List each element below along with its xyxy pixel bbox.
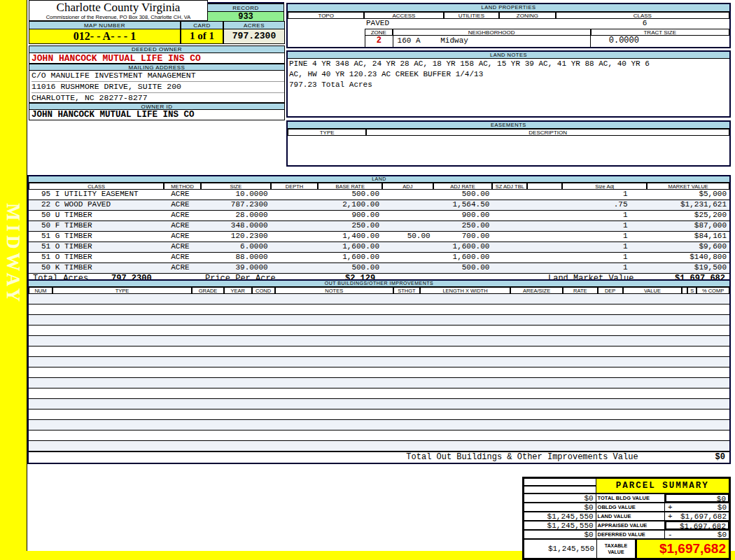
zoning-label: ZONING [499,12,556,19]
land-cell [492,242,527,252]
zone-label: ZONE [365,29,393,36]
col-spacer [682,287,687,294]
prior-value: $1,245,550 [524,521,596,530]
out-buildings-body [29,294,729,451]
land-row: 50 F TIMBERACRE348.0000250.00250.001$87,… [29,221,729,232]
row-label: DEFERRED VALUE [596,530,666,539]
col-size: SIZE [201,183,271,190]
land-notes-line: PINE 4 YR 348 AC, 24 YR 28 AC, 18 YR 158… [288,59,729,69]
utilities-label: UTILITIES [444,12,500,19]
out-buildings-total-label: Total Out Buildings & Other Improvements… [406,452,638,463]
parcel-summary-blank-cells [524,478,596,493]
land-cell [271,190,318,200]
land-table-headers: CLASS METHOD SIZE DEPTH BASE RATE ADJ AD… [29,183,729,190]
land-cell: 500.00 [433,190,493,200]
access-value: PAVED [366,19,389,28]
mailing-address-label: MAILING ADDRESS [29,64,285,71]
parcel-summary-title: PARCEL SUMMARY [596,478,729,493]
neighborhood-name: Midway [440,36,468,45]
land-cell: ACRE [164,263,201,273]
prior-value: $0 [524,503,596,512]
outbuilding-empty-row [29,357,729,368]
land-cell [271,263,318,273]
taxable-value-row: $1,245,550 TAXABLE VALUE $1,697,682 [524,539,729,559]
property-record-card: MIDWAY Charlotte County Virginia Commiss… [0,0,735,560]
land-cell [382,211,433,220]
land-cell: $1,231,621 [648,200,730,210]
address-line: C/O MANULIFE INVESTMENT MANAGEMENT [31,71,284,82]
land-notes-line: AC, HW 40 YR 120.23 AC CREEK BUFFER 1/4/… [288,69,729,80]
summary-row: $0 TOTAL BLDG VALUE $0 [524,493,729,503]
land-row: 51 O TIMBERACRE88.00001,600.001,600.001$… [29,253,729,263]
easements-section: EASEMENTS TYPE DESCRIPTION [286,120,731,167]
land-cell [271,232,318,241]
land-cell: 1 [562,253,648,262]
land-cell [527,211,562,220]
land-cell: $87,000 [648,221,730,231]
col-sthgt: STHGT [393,287,420,294]
land-cell: 1 [562,263,648,273]
parcel-summary: PARCEL SUMMARY $0 TOTAL BLDG VALUE $0 $0… [522,477,731,560]
land-cell: 700.00 [433,232,493,241]
outbuilding-empty-row [29,441,729,451]
land-cell [382,253,433,262]
land-cell: 348.0000 [201,221,271,231]
neighborhood-code: 160 A [398,36,421,45]
easements-headers: TYPE DESCRIPTION [288,129,729,136]
land-cell: 6.0000 [201,242,271,252]
zone-headers: ZONE NEIGHBORHOOD TRACT SIZE [365,29,729,36]
land-cell: 1 [562,221,648,231]
land-row: 51 G TIMBERACRE120.23001,400.0050.00700.… [29,232,729,242]
col-dep: DEP [598,287,623,294]
taxable-prior-value: $1,245,550 [524,539,597,559]
land-properties-values: PAVED 6 [288,19,729,29]
land-cell: 900.00 [318,211,382,220]
land-cell: 1,600.00 [318,242,382,252]
land-properties-section: LAND PROPERTIES TOPO ACCESS UTILITIES ZO… [286,3,731,48]
col-pct-comp: % COMP [696,287,729,294]
row-value: $0 [675,503,729,511]
col-num: NUM [29,287,52,294]
land-cell: ACRE [164,232,201,241]
address-line: 11016 RUSHMORE DRIVE, SUITE 200 [31,82,284,93]
county-title-box: Charlotte County Virginia Commissioner o… [29,0,208,21]
land-cell: 10.0000 [201,190,271,200]
value-group: $0 [665,493,729,503]
value-group: +$1,697,682 [665,512,729,521]
land-cell: 50 F TIMBER [29,221,164,231]
land-cell [271,200,318,210]
land-cell [271,242,318,252]
land-notes-title: LAND NOTES [288,52,729,59]
easement-description-label: DESCRIPTION [366,129,729,136]
land-cell [382,200,433,210]
land-cell [382,190,433,200]
outbuilding-empty-row [29,326,729,336]
col-notes: NOTES [275,287,393,294]
card-label: CARD [181,21,223,29]
land-cell: 1,400.00 [318,232,382,241]
operator: + [665,512,675,520]
col-depth: DEPTH [271,183,318,190]
row-label: LAND VALUE [596,512,666,521]
col-value: VALUE [623,287,682,294]
land-cell: 1,564.50 [433,200,493,210]
operator: - [665,531,675,538]
land-cell [527,200,562,210]
land-cell [271,253,318,262]
land-row: 50 U TIMBERACRE28.0000900.00900.001$25,2… [29,211,729,221]
land-cell [382,263,433,273]
outbuilding-empty-row [29,368,729,378]
land-notes-line: 797.23 Total Acres [288,80,729,90]
value-group: -$0 [665,530,729,539]
taxable-value: $1,697,682 [636,539,729,559]
neighborhood-label: NEIGHBORHOOD [393,29,591,36]
land-cell: 2,100.00 [318,200,382,210]
land-cell: $25,200 [648,211,730,220]
value-group: $1,697,682 [665,521,729,530]
land-cell: 95 I UTILITY EASEMENT [29,190,164,200]
land-cell: 1,600.00 [318,253,382,262]
outbuilding-empty-row [29,378,729,388]
col-year: YEAR [224,287,252,294]
outbuilding-empty-row [29,399,729,410]
operator [666,495,676,501]
